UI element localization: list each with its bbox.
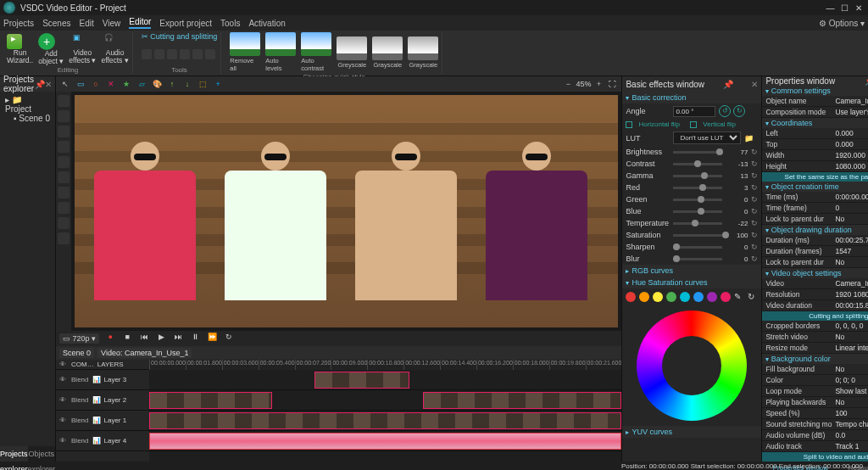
lut-select[interactable]: Don't use LUT [673,131,741,144]
maximize-button[interactable]: ☐ [838,3,850,13]
sidetool-icon[interactable] [58,141,70,153]
reset-icon[interactable]: ↻ [751,231,758,239]
vflip-checkbox[interactable] [690,121,697,128]
next-icon[interactable]: ⏭ [172,333,184,344]
menu-view[interactable]: View [103,19,121,28]
close-panel-icon[interactable]: ✕ [751,80,758,89]
sidetool-icon[interactable] [58,187,70,199]
reset-icon[interactable]: ↻ [751,171,758,180]
prop-value[interactable]: 0; 0; 0 [835,376,868,384]
tool-cursor-icon[interactable]: ↖ [59,78,71,90]
prop-value[interactable]: 0:00:00.000 [835,193,868,201]
timeline-video-tab[interactable]: Video: Camera_In_Use_1 [97,348,192,358]
prop-value[interactable]: 1080.000 [835,162,868,171]
timeline-ruler[interactable]: 00:00:00.00000:00:01.80000:00:03.60000:0… [149,360,621,370]
reset-icon[interactable]: ↻ [751,148,758,156]
section-video-object[interactable]: Video object settings [762,268,868,278]
video-clip[interactable] [149,392,272,409]
sidetool-icon[interactable] [58,126,70,137]
param-slider[interactable] [673,199,722,201]
section-yuv-curves[interactable]: YUV curves [622,426,761,438]
close-button[interactable]: ✕ [853,3,865,13]
prop-value[interactable]: Track 1 [835,442,868,450]
param-slider[interactable] [673,151,722,154]
tool-icon[interactable] [154,49,164,59]
pin-icon[interactable]: 📌 [35,80,45,89]
eye-icon[interactable]: 👁 [59,437,68,445]
eye-icon[interactable]: 👁 [59,396,68,404]
tool-star-icon[interactable]: ★ [120,78,132,90]
prop-value[interactable]: 0.0 [835,431,868,439]
prop-value[interactable]: No [835,365,868,373]
project-tree[interactable]: ▸ 📁 Project ▪ Scene 0 [0,92,55,126]
prop-value[interactable]: Camera_In_Use_1 [835,97,868,105]
menu-tools[interactable]: Tools [220,19,240,28]
reset-icon[interactable]: ↻ [751,219,758,227]
menu-edit[interactable]: Edit [79,19,93,28]
section-hue-saturation[interactable]: Hue Saturation curves [622,277,761,288]
prop-value[interactable]: 1920.000 [835,151,868,159]
zoom-fit-icon[interactable]: ⛶ [606,78,618,90]
section-bgcolor[interactable]: Background color [762,354,868,364]
menu-scenes[interactable]: Scenes [42,19,70,28]
color-dot[interactable] [653,292,663,302]
tool-icon[interactable] [167,49,177,59]
section-rgb-curves[interactable]: RGB curves [622,265,761,277]
pin-icon[interactable]: 📌 [723,80,733,89]
prop-value[interactable]: No [835,258,868,266]
section-basic-correction[interactable]: Basic correction [622,92,761,104]
tool-palette-icon[interactable]: 🎨 [151,78,163,90]
video-effects-button[interactable]: ▣ Video effects ▾ [69,34,96,64]
tool-shape-icon[interactable]: ▱ [136,78,147,90]
color-dot[interactable] [680,292,690,302]
same-size-button[interactable]: Set the same size as the parent has [762,172,868,182]
style-auto-levels[interactable]: Auto levels [265,32,296,72]
audio-clip[interactable] [149,433,621,450]
tool-down-icon[interactable]: ↓ [181,78,193,90]
tool-icon[interactable] [192,49,203,59]
tool-icon[interactable] [205,49,215,59]
prop-value[interactable]: No [835,398,868,406]
record-icon[interactable]: ● [104,333,116,344]
video-clip[interactable] [423,392,621,409]
run-wizard-button[interactable]: Run Wizard.. [7,34,33,64]
sidetool-icon[interactable] [58,232,70,244]
style-greyscale[interactable]: Greyscale [337,36,367,69]
pencil-icon[interactable]: ✎ [734,292,744,302]
angle-input[interactable] [673,106,715,117]
tool-x-icon[interactable]: ✕ [105,78,117,90]
play-icon[interactable]: ▶ [155,333,167,344]
prop-value[interactable]: 1920 1080 [835,290,868,299]
timeline-scene-tab[interactable]: Scene 0 [59,348,94,358]
split-va-button[interactable]: Split to video and audio [762,452,868,462]
tool-layer-icon[interactable]: ⬚ [197,78,209,90]
param-slider[interactable] [673,175,722,177]
param-slider[interactable] [673,210,722,213]
param-slider[interactable] [673,246,722,249]
prev-icon[interactable]: ⏮ [138,333,150,344]
reset-icon[interactable]: ↻ [748,292,758,302]
prop-value[interactable]: Camera_In_Use.mp4 [835,279,868,288]
menu-activation[interactable]: Activation [248,19,285,28]
prop-value[interactable]: Use layer's properties [835,108,868,116]
prop-value[interactable]: 0 [835,204,868,212]
tool-add-icon[interactable]: + [212,78,224,90]
style-grayscale-2[interactable]: Grayscale [372,36,403,69]
stop-icon[interactable]: ■ [121,333,133,344]
add-object-button[interactable]: + Add object ▾ [38,33,64,65]
style-grayscale-3[interactable]: Grayscale [408,36,438,69]
param-slider[interactable] [673,234,722,237]
tool-rect-icon[interactable]: ▭ [75,78,86,90]
pause-icon[interactable]: ⏸ [189,333,201,344]
audio-effects-button[interactable]: 🎧 Audio effects ▾ [101,34,128,64]
param-slider[interactable] [673,258,722,260]
sidetool-icon[interactable] [58,217,70,229]
video-preview[interactable] [75,95,618,327]
color-dot[interactable] [639,292,649,302]
color-dot[interactable] [666,292,676,302]
sidetool-icon[interactable] [58,171,70,183]
lut-folder-icon[interactable]: 📁 [744,134,754,143]
rotate-ccw-icon[interactable]: ↺ [719,105,731,117]
sidetool-icon[interactable] [58,202,70,214]
prop-value[interactable]: 100 [835,409,868,417]
